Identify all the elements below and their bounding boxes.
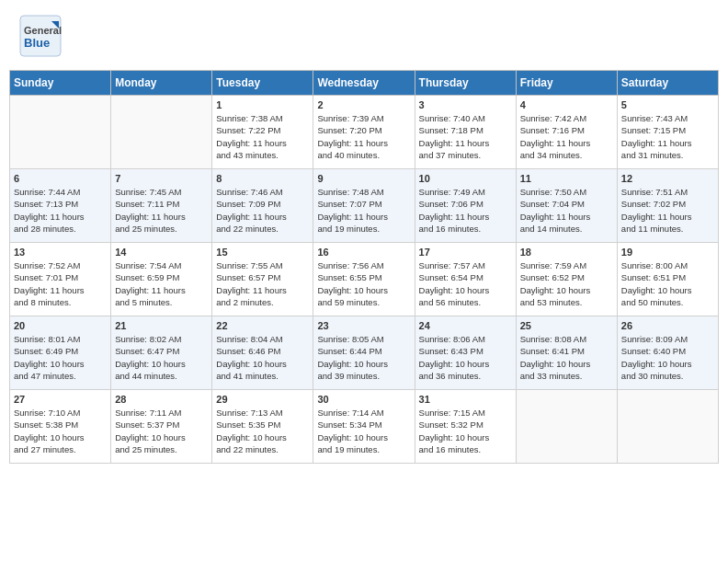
- day-info: Sunrise: 8:01 AMSunset: 6:49 PMDaylight:…: [14, 333, 107, 382]
- day-number: 4: [520, 99, 613, 110]
- calendar-cell: 15Sunrise: 7:55 AMSunset: 6:57 PMDayligh…: [212, 243, 313, 316]
- calendar-cell: 14Sunrise: 7:54 AMSunset: 6:59 PMDayligh…: [111, 243, 212, 316]
- calendar-cell: 17Sunrise: 7:57 AMSunset: 6:54 PMDayligh…: [415, 243, 516, 316]
- day-number: 31: [419, 394, 512, 405]
- day-info: Sunrise: 7:51 AMSunset: 7:02 PMDaylight:…: [621, 186, 714, 235]
- day-number: 19: [621, 247, 714, 258]
- day-info: Sunrise: 7:55 AMSunset: 6:57 PMDaylight:…: [216, 259, 309, 308]
- day-number: 11: [520, 173, 613, 184]
- day-info: Sunrise: 7:52 AMSunset: 7:01 PMDaylight:…: [14, 259, 107, 308]
- calendar-cell: 16Sunrise: 7:56 AMSunset: 6:55 PMDayligh…: [313, 243, 415, 316]
- col-header-wednesday: Wednesday: [313, 71, 415, 96]
- day-info: Sunrise: 8:00 AMSunset: 6:51 PMDaylight:…: [621, 259, 714, 308]
- day-info: Sunrise: 7:46 AMSunset: 7:09 PMDaylight:…: [216, 186, 309, 235]
- calendar-cell: 2Sunrise: 7:39 AMSunset: 7:20 PMDaylight…: [313, 96, 415, 169]
- day-info: Sunrise: 7:13 AMSunset: 5:35 PMDaylight:…: [216, 407, 309, 455]
- col-header-thursday: Thursday: [415, 71, 516, 96]
- day-info: Sunrise: 7:15 AMSunset: 5:32 PMDaylight:…: [419, 407, 512, 455]
- day-number: 18: [520, 247, 613, 258]
- logo: General Blue: [18, 14, 63, 58]
- calendar-cell: 20Sunrise: 8:01 AMSunset: 6:49 PMDayligh…: [10, 316, 111, 390]
- col-header-friday: Friday: [516, 71, 617, 96]
- calendar-cell: 19Sunrise: 8:00 AMSunset: 6:51 PMDayligh…: [617, 243, 718, 316]
- day-number: 14: [115, 247, 208, 258]
- calendar-cell: 21Sunrise: 8:02 AMSunset: 6:47 PMDayligh…: [111, 316, 212, 390]
- calendar-cell: 10Sunrise: 7:49 AMSunset: 7:06 PMDayligh…: [415, 169, 516, 243]
- col-header-sunday: Sunday: [10, 71, 111, 96]
- page-header: General Blue: [9, 9, 719, 63]
- calendar-week-row: 20Sunrise: 8:01 AMSunset: 6:49 PMDayligh…: [10, 316, 719, 390]
- day-number: 17: [419, 247, 512, 258]
- svg-text:Blue: Blue: [24, 36, 50, 50]
- day-number: 13: [14, 247, 107, 258]
- day-info: Sunrise: 7:38 AMSunset: 7:22 PMDaylight:…: [216, 112, 309, 161]
- day-number: 27: [14, 394, 107, 405]
- day-info: Sunrise: 7:49 AMSunset: 7:06 PMDaylight:…: [419, 186, 512, 235]
- calendar-cell: 26Sunrise: 8:09 AMSunset: 6:40 PMDayligh…: [617, 316, 718, 390]
- day-number: 1: [216, 99, 309, 110]
- day-number: 6: [14, 173, 107, 184]
- day-info: Sunrise: 7:42 AMSunset: 7:16 PMDaylight:…: [520, 112, 613, 161]
- day-number: 29: [216, 394, 309, 405]
- calendar-cell: 1Sunrise: 7:38 AMSunset: 7:22 PMDaylight…: [212, 96, 313, 169]
- calendar-cell: 22Sunrise: 8:04 AMSunset: 6:46 PMDayligh…: [212, 316, 313, 390]
- day-number: 21: [115, 320, 208, 331]
- calendar-cell: 7Sunrise: 7:45 AMSunset: 7:11 PMDaylight…: [111, 169, 212, 243]
- day-number: 3: [419, 99, 512, 110]
- calendar-week-row: 1Sunrise: 7:38 AMSunset: 7:22 PMDaylight…: [10, 96, 719, 169]
- day-number: 5: [621, 99, 714, 110]
- day-info: Sunrise: 8:09 AMSunset: 6:40 PMDaylight:…: [621, 333, 714, 382]
- calendar-week-row: 27Sunrise: 7:10 AMSunset: 5:38 PMDayligh…: [10, 390, 719, 464]
- calendar-cell: 5Sunrise: 7:43 AMSunset: 7:15 PMDaylight…: [617, 96, 718, 169]
- calendar-cell: 28Sunrise: 7:11 AMSunset: 5:37 PMDayligh…: [111, 390, 212, 464]
- day-info: Sunrise: 8:04 AMSunset: 6:46 PMDaylight:…: [216, 333, 309, 382]
- day-info: Sunrise: 7:43 AMSunset: 7:15 PMDaylight:…: [621, 112, 714, 161]
- day-number: 8: [216, 173, 309, 184]
- day-number: 30: [317, 394, 410, 405]
- logo-icon: General Blue: [18, 14, 63, 58]
- calendar-cell: 12Sunrise: 7:51 AMSunset: 7:02 PMDayligh…: [617, 169, 718, 243]
- day-number: 22: [216, 320, 309, 331]
- calendar-table: SundayMondayTuesdayWednesdayThursdayFrid…: [9, 70, 719, 464]
- day-info: Sunrise: 7:11 AMSunset: 5:37 PMDaylight:…: [115, 407, 208, 455]
- col-header-monday: Monday: [111, 71, 212, 96]
- calendar-cell: 31Sunrise: 7:15 AMSunset: 5:32 PMDayligh…: [415, 390, 516, 464]
- day-number: 7: [115, 173, 208, 184]
- day-info: Sunrise: 7:54 AMSunset: 6:59 PMDaylight:…: [115, 259, 208, 308]
- calendar-cell: 9Sunrise: 7:48 AMSunset: 7:07 PMDaylight…: [313, 169, 415, 243]
- calendar-cell: 30Sunrise: 7:14 AMSunset: 5:34 PMDayligh…: [313, 390, 415, 464]
- col-header-tuesday: Tuesday: [212, 71, 313, 96]
- calendar-cell: 25Sunrise: 8:08 AMSunset: 6:41 PMDayligh…: [516, 316, 617, 390]
- col-header-saturday: Saturday: [617, 71, 718, 96]
- day-number: 23: [317, 320, 410, 331]
- calendar-cell: 13Sunrise: 7:52 AMSunset: 7:01 PMDayligh…: [10, 243, 111, 316]
- calendar-cell: 23Sunrise: 8:05 AMSunset: 6:44 PMDayligh…: [313, 316, 415, 390]
- calendar-week-row: 6Sunrise: 7:44 AMSunset: 7:13 PMDaylight…: [10, 169, 719, 243]
- day-info: Sunrise: 7:45 AMSunset: 7:11 PMDaylight:…: [115, 186, 208, 235]
- calendar-cell: 24Sunrise: 8:06 AMSunset: 6:43 PMDayligh…: [415, 316, 516, 390]
- day-number: 26: [621, 320, 714, 331]
- day-number: 10: [419, 173, 512, 184]
- calendar-cell: [516, 390, 617, 464]
- calendar-cell: 27Sunrise: 7:10 AMSunset: 5:38 PMDayligh…: [10, 390, 111, 464]
- calendar-cell: [111, 96, 212, 169]
- calendar-cell: 4Sunrise: 7:42 AMSunset: 7:16 PMDaylight…: [516, 96, 617, 169]
- svg-text:General: General: [24, 25, 62, 36]
- day-number: 16: [317, 247, 410, 258]
- day-number: 15: [216, 247, 309, 258]
- day-number: 28: [115, 394, 208, 405]
- day-info: Sunrise: 7:10 AMSunset: 5:38 PMDaylight:…: [14, 407, 107, 455]
- day-info: Sunrise: 7:59 AMSunset: 6:52 PMDaylight:…: [520, 259, 613, 308]
- calendar-cell: 18Sunrise: 7:59 AMSunset: 6:52 PMDayligh…: [516, 243, 617, 316]
- day-info: Sunrise: 7:44 AMSunset: 7:13 PMDaylight:…: [14, 186, 107, 235]
- calendar-cell: 3Sunrise: 7:40 AMSunset: 7:18 PMDaylight…: [415, 96, 516, 169]
- day-info: Sunrise: 7:50 AMSunset: 7:04 PMDaylight:…: [520, 186, 613, 235]
- day-number: 2: [317, 99, 410, 110]
- calendar-cell: [617, 390, 718, 464]
- day-number: 25: [520, 320, 613, 331]
- day-info: Sunrise: 7:48 AMSunset: 7:07 PMDaylight:…: [317, 186, 410, 235]
- day-number: 9: [317, 173, 410, 184]
- day-info: Sunrise: 7:57 AMSunset: 6:54 PMDaylight:…: [419, 259, 512, 308]
- day-number: 20: [14, 320, 107, 331]
- day-info: Sunrise: 8:05 AMSunset: 6:44 PMDaylight:…: [317, 333, 410, 382]
